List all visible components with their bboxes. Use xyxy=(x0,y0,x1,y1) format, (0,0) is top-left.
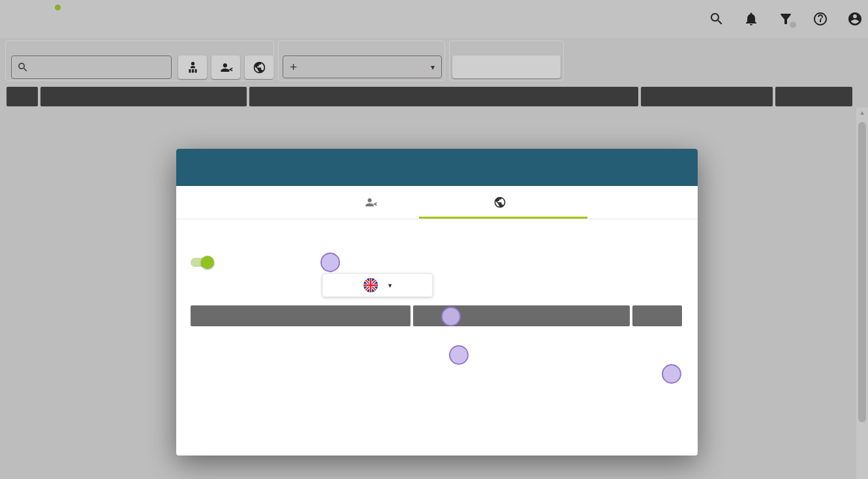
chevron-down-icon: ▾ xyxy=(388,281,392,290)
filter-external-reports-button[interactable] xyxy=(245,55,273,79)
view-panel: + ▾ xyxy=(278,40,445,81)
scroll-up-icon[interactable]: ▲ xyxy=(856,109,868,116)
luy-logo-dot xyxy=(55,5,61,10)
search-box xyxy=(11,55,172,79)
filter-badge-dot xyxy=(790,22,796,28)
column-header-name[interactable] xyxy=(40,87,247,106)
filter-my-reports-button[interactable] xyxy=(178,55,207,79)
dialog-tabs xyxy=(176,186,698,219)
shared-links-table xyxy=(191,305,682,326)
toggle-knob xyxy=(201,256,214,269)
view-reset-button[interactable] xyxy=(438,44,439,54)
globe-share-icon xyxy=(253,61,266,74)
links-column-format xyxy=(191,305,411,326)
tab-external-sharing[interactable] xyxy=(419,186,587,219)
person-share-icon xyxy=(219,61,233,74)
column-header-actions xyxy=(775,87,852,106)
top-header-bar xyxy=(0,0,868,38)
breadcrumb xyxy=(82,0,102,38)
reset-button[interactable] xyxy=(452,55,561,78)
filter-panel xyxy=(5,40,274,81)
vertical-scrollbar[interactable]: ▲ xyxy=(856,108,868,479)
person-chart-icon xyxy=(186,61,200,74)
person-share-icon xyxy=(364,196,377,209)
scrollbar-thumb[interactable] xyxy=(858,122,866,422)
uk-flag-icon xyxy=(364,278,378,292)
search-input[interactable] xyxy=(33,62,166,73)
chevron-down-icon: ▾ xyxy=(431,63,435,72)
account-icon[interactable] xyxy=(847,11,863,27)
filter-shared-reports-button[interactable] xyxy=(211,55,240,79)
reset-panel xyxy=(449,40,564,81)
help-icon[interactable] xyxy=(813,11,828,27)
annotation-marker-3 xyxy=(449,345,469,365)
add-column-select[interactable]: + ▾ xyxy=(283,55,442,78)
annotation-marker-2 xyxy=(441,307,461,326)
search-icon xyxy=(17,61,29,73)
annotation-marker-4 xyxy=(662,364,681,384)
external-sharing-toggle[interactable] xyxy=(191,256,214,269)
dialog-title xyxy=(176,149,698,186)
topbar-icons xyxy=(709,0,863,38)
globe-share-icon xyxy=(493,196,506,209)
links-column-actions xyxy=(632,305,682,326)
active-tab-indicator xyxy=(419,217,587,219)
notifications-icon[interactable] xyxy=(743,11,759,27)
column-header-sharing[interactable] xyxy=(7,87,38,106)
app-root: + ▾ ▲ xyxy=(0,0,868,479)
search-icon[interactable] xyxy=(709,11,724,27)
language-select[interactable]: ▾ xyxy=(322,273,433,297)
add-column-input[interactable] xyxy=(302,61,426,72)
filter-icon[interactable] xyxy=(778,11,794,27)
column-header-report-type[interactable] xyxy=(641,87,773,106)
column-header-description[interactable] xyxy=(249,87,638,106)
annotation-marker-1 xyxy=(320,253,340,272)
plus-icon: + xyxy=(290,60,297,74)
tab-sharing[interactable] xyxy=(318,186,429,219)
share-report-dialog: ▾ xyxy=(176,149,698,456)
